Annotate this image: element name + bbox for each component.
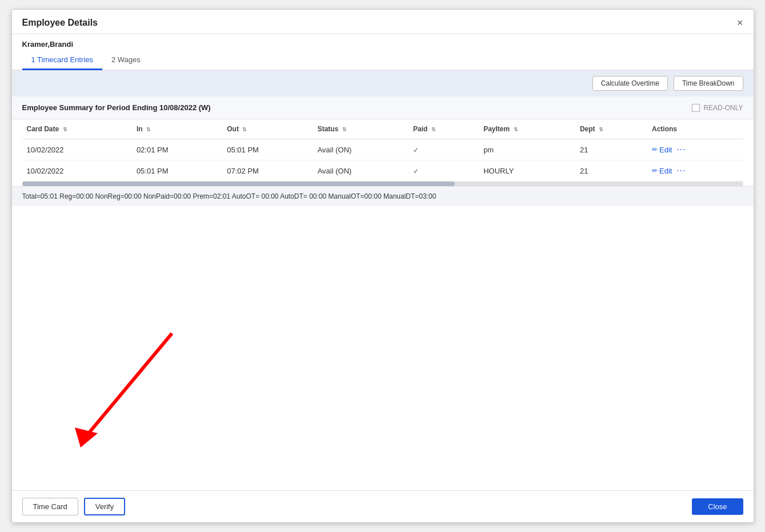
cell-out: 07:02 PM [222, 160, 313, 182]
time-breakdown-button[interactable]: Time BreakDown [674, 76, 743, 91]
col-out[interactable]: Out ⇅ [222, 119, 313, 139]
tab-wages[interactable]: 2 Wages [102, 51, 150, 70]
col-payitem[interactable]: PayItem ⇅ [479, 119, 575, 139]
readonly-checkbox[interactable] [692, 104, 700, 112]
timecard-table: Card Date ⇅ In ⇅ Out ⇅ Status [22, 119, 743, 182]
sort-icon-payitem: ⇅ [514, 127, 518, 132]
cell-dept: 21 [575, 139, 647, 160]
close-icon[interactable]: × [737, 18, 743, 28]
table-row: 10/02/2022 05:01 PM 07:02 PM Avail (ON) … [22, 160, 743, 182]
modal-header: Employee Details × [12, 10, 754, 34]
col-actions: Actions [647, 119, 743, 139]
edit-icon: ✏ [652, 146, 658, 154]
table-container: Card Date ⇅ In ⇅ Out ⇅ Status [12, 119, 754, 182]
cell-dept: 21 [575, 160, 647, 182]
svg-line-0 [86, 333, 172, 436]
col-paid[interactable]: Paid ⇅ [408, 119, 479, 139]
cell-out: 05:01 PM [222, 139, 313, 160]
edit-icon: ✏ [652, 167, 658, 175]
cell-payitem: HOURLY [479, 160, 575, 182]
edit-link-1[interactable]: ✏ Edit [652, 167, 672, 175]
cell-actions: ✏ Edit ··· [647, 160, 743, 182]
section-header: Employee Summary for Period Ending 10/08… [12, 96, 754, 119]
employee-details-modal: Employee Details × Kramer,Brandi 1 Timec… [11, 9, 754, 523]
cell-status: Avail (ON) [313, 139, 408, 160]
cell-paid: ✓ [408, 160, 479, 182]
cell-in: 05:01 PM [132, 160, 222, 182]
cell-card-date: 10/02/2022 [22, 160, 132, 182]
section-title: Employee Summary for Period Ending 10/08… [22, 103, 211, 112]
col-dept[interactable]: Dept ⇅ [575, 119, 647, 139]
employee-name: Kramer,Brandi [12, 34, 754, 51]
footer: Time Card Verify Close [12, 490, 754, 522]
cell-card-date: 10/02/2022 [22, 139, 132, 160]
cell-paid: ✓ [408, 139, 479, 160]
cell-in: 02:01 PM [132, 139, 222, 160]
sort-icon-dept: ⇅ [599, 127, 603, 132]
footer-left-buttons: Time Card Verify [22, 498, 126, 515]
sort-icon-status: ⇅ [342, 127, 347, 132]
cell-status: Avail (ON) [313, 160, 408, 182]
more-options-button-0[interactable]: ··· [676, 144, 686, 155]
tab-timecard-entries[interactable]: 1 Timecard Entries [22, 51, 102, 70]
main-content: Calculate Overtime Time BreakDown Employ… [12, 70, 754, 490]
verify-button[interactable]: Verify [84, 498, 126, 515]
col-status[interactable]: Status ⇅ [313, 119, 408, 139]
horizontal-scrollbar[interactable] [22, 182, 743, 186]
svg-marker-1 [75, 428, 98, 448]
summary-row: Total=05:01 Reg=00:00 NonReg=00:00 NonPa… [12, 186, 754, 206]
toolbar: Calculate Overtime Time BreakDown [12, 70, 754, 96]
red-arrow-indicator [58, 328, 183, 459]
edit-link-0[interactable]: ✏ Edit [652, 146, 672, 154]
table-row: 10/02/2022 02:01 PM 05:01 PM Avail (ON) … [22, 139, 743, 160]
arrow-area [12, 206, 754, 490]
cell-actions: ✏ Edit ··· [647, 139, 743, 160]
sort-icon-in: ⇅ [146, 127, 151, 132]
more-options-button-1[interactable]: ··· [676, 166, 686, 176]
sort-icon-paid: ⇅ [431, 127, 436, 132]
time-card-button[interactable]: Time Card [22, 498, 78, 515]
col-in[interactable]: In ⇅ [132, 119, 222, 139]
sort-icon-card-date: ⇅ [63, 127, 67, 132]
sort-icon-out: ⇅ [242, 127, 247, 132]
cell-payitem: pm [479, 139, 575, 160]
col-card-date[interactable]: Card Date ⇅ [22, 119, 132, 139]
tabs-container: 1 Timecard Entries 2 Wages [12, 51, 754, 70]
modal-title: Employee Details [22, 18, 98, 28]
readonly-label: READ-ONLY [692, 104, 743, 112]
close-button[interactable]: Close [692, 498, 743, 515]
table-header-row: Card Date ⇅ In ⇅ Out ⇅ Status [22, 119, 743, 139]
calculate-overtime-button[interactable]: Calculate Overtime [592, 76, 668, 91]
scrollbar-thumb [22, 182, 455, 186]
